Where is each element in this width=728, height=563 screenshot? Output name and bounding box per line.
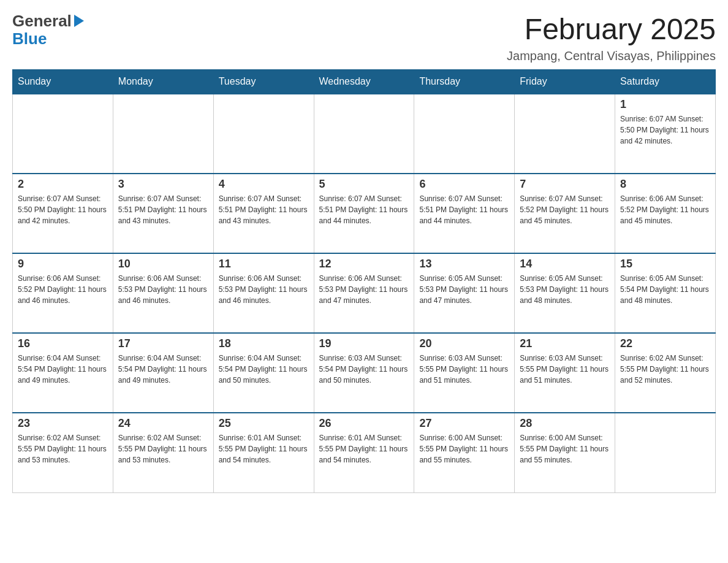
- day-number: 6: [419, 178, 509, 191]
- day-info: Sunrise: 6:06 AM Sunset: 5:52 PM Dayligh…: [18, 273, 108, 306]
- day-number: 21: [520, 337, 610, 350]
- day-number: 20: [419, 337, 509, 350]
- day-number: 19: [319, 337, 409, 350]
- day-info: Sunrise: 6:07 AM Sunset: 5:51 PM Dayligh…: [118, 193, 208, 226]
- calendar-cell: 18Sunrise: 6:04 AM Sunset: 5:54 PM Dayli…: [213, 333, 314, 413]
- day-number: 8: [620, 178, 710, 191]
- day-info: Sunrise: 6:00 AM Sunset: 5:55 PM Dayligh…: [520, 432, 610, 465]
- calendar-cell: 26Sunrise: 6:01 AM Sunset: 5:55 PM Dayli…: [314, 413, 414, 492]
- header-saturday: Saturday: [615, 70, 716, 94]
- day-number: 17: [118, 337, 208, 350]
- calendar-cell: 1Sunrise: 6:07 AM Sunset: 5:50 PM Daylig…: [615, 94, 716, 174]
- day-info: Sunrise: 6:05 AM Sunset: 5:53 PM Dayligh…: [419, 273, 509, 306]
- calendar-cell: 17Sunrise: 6:04 AM Sunset: 5:54 PM Dayli…: [113, 333, 213, 413]
- calendar-cell: 2Sunrise: 6:07 AM Sunset: 5:50 PM Daylig…: [13, 174, 113, 253]
- header-sunday: Sunday: [13, 70, 113, 94]
- calendar-cell: 10Sunrise: 6:06 AM Sunset: 5:53 PM Dayli…: [113, 253, 213, 333]
- day-number: 28: [520, 417, 610, 430]
- day-info: Sunrise: 6:05 AM Sunset: 5:54 PM Dayligh…: [620, 273, 710, 306]
- calendar-cell: 21Sunrise: 6:03 AM Sunset: 5:55 PM Dayli…: [515, 333, 615, 413]
- day-info: Sunrise: 6:06 AM Sunset: 5:52 PM Dayligh…: [620, 193, 710, 226]
- title-section: February 2025 Jampang, Central Visayas, …: [507, 12, 716, 63]
- day-number: 12: [319, 258, 409, 270]
- day-number: 13: [419, 258, 509, 270]
- calendar-cell: 9Sunrise: 6:06 AM Sunset: 5:52 PM Daylig…: [13, 253, 113, 333]
- calendar-cell: 27Sunrise: 6:00 AM Sunset: 5:55 PM Dayli…: [414, 413, 515, 492]
- day-info: Sunrise: 6:04 AM Sunset: 5:54 PM Dayligh…: [219, 353, 309, 386]
- calendar-cell: 16Sunrise: 6:04 AM Sunset: 5:54 PM Dayli…: [13, 333, 113, 413]
- header-thursday: Thursday: [414, 70, 515, 94]
- calendar-cell: 6Sunrise: 6:07 AM Sunset: 5:51 PM Daylig…: [414, 174, 515, 253]
- calendar-cell: 14Sunrise: 6:05 AM Sunset: 5:53 PM Dayli…: [515, 253, 615, 333]
- day-info: Sunrise: 6:06 AM Sunset: 5:53 PM Dayligh…: [319, 273, 409, 306]
- calendar-cell: [615, 413, 716, 492]
- page-header: General Blue February 2025 Jampang, Cent…: [12, 12, 716, 63]
- day-info: Sunrise: 6:06 AM Sunset: 5:53 PM Dayligh…: [219, 273, 309, 306]
- logo-triangle-icon: [74, 15, 84, 27]
- logo: General Blue: [12, 12, 84, 47]
- calendar-cell: 7Sunrise: 6:07 AM Sunset: 5:52 PM Daylig…: [515, 174, 615, 253]
- day-info: Sunrise: 6:00 AM Sunset: 5:55 PM Dayligh…: [419, 432, 509, 465]
- week-row-3: 9Sunrise: 6:06 AM Sunset: 5:52 PM Daylig…: [13, 253, 716, 333]
- day-info: Sunrise: 6:02 AM Sunset: 5:55 PM Dayligh…: [18, 432, 108, 465]
- day-number: 24: [118, 417, 208, 430]
- header-monday: Monday: [113, 70, 213, 94]
- logo-general-text: General: [12, 12, 72, 30]
- day-info: Sunrise: 6:04 AM Sunset: 5:54 PM Dayligh…: [18, 353, 108, 386]
- calendar-table: Sunday Monday Tuesday Wednesday Thursday…: [12, 69, 716, 493]
- day-number: 2: [18, 178, 108, 191]
- day-number: 4: [219, 178, 309, 191]
- week-row-4: 16Sunrise: 6:04 AM Sunset: 5:54 PM Dayli…: [13, 333, 716, 413]
- week-row-2: 2Sunrise: 6:07 AM Sunset: 5:50 PM Daylig…: [13, 174, 716, 253]
- day-number: 25: [219, 417, 309, 430]
- calendar-cell: 4Sunrise: 6:07 AM Sunset: 5:51 PM Daylig…: [213, 174, 314, 253]
- weekday-header-row: Sunday Monday Tuesday Wednesday Thursday…: [13, 70, 716, 94]
- header-tuesday: Tuesday: [213, 70, 314, 94]
- day-number: 18: [219, 337, 309, 350]
- calendar-cell: 22Sunrise: 6:02 AM Sunset: 5:55 PM Dayli…: [615, 333, 716, 413]
- day-number: 3: [118, 178, 208, 191]
- calendar-cell: [213, 94, 314, 174]
- calendar-cell: [515, 94, 615, 174]
- calendar-cell: [314, 94, 414, 174]
- calendar-cell: 24Sunrise: 6:02 AM Sunset: 5:55 PM Dayli…: [113, 413, 213, 492]
- week-row-1: 1Sunrise: 6:07 AM Sunset: 5:50 PM Daylig…: [13, 94, 716, 174]
- calendar-cell: 13Sunrise: 6:05 AM Sunset: 5:53 PM Dayli…: [414, 253, 515, 333]
- header-wednesday: Wednesday: [314, 70, 414, 94]
- day-info: Sunrise: 6:02 AM Sunset: 5:55 PM Dayligh…: [620, 353, 710, 386]
- day-info: Sunrise: 6:07 AM Sunset: 5:50 PM Dayligh…: [620, 113, 710, 147]
- logo-blue-text: Blue: [12, 30, 84, 48]
- calendar-cell: 20Sunrise: 6:03 AM Sunset: 5:55 PM Dayli…: [414, 333, 515, 413]
- calendar-cell: 5Sunrise: 6:07 AM Sunset: 5:51 PM Daylig…: [314, 174, 414, 253]
- day-info: Sunrise: 6:07 AM Sunset: 5:51 PM Dayligh…: [219, 193, 309, 226]
- calendar-cell: [414, 94, 515, 174]
- day-info: Sunrise: 6:07 AM Sunset: 5:51 PM Dayligh…: [319, 193, 409, 226]
- day-number: 26: [319, 417, 409, 430]
- calendar-cell: 23Sunrise: 6:02 AM Sunset: 5:55 PM Dayli…: [13, 413, 113, 492]
- day-info: Sunrise: 6:04 AM Sunset: 5:54 PM Dayligh…: [118, 353, 208, 386]
- day-number: 27: [419, 417, 509, 430]
- day-info: Sunrise: 6:03 AM Sunset: 5:55 PM Dayligh…: [520, 353, 610, 386]
- day-number: 11: [219, 258, 309, 270]
- day-info: Sunrise: 6:03 AM Sunset: 5:55 PM Dayligh…: [419, 353, 509, 386]
- day-number: 15: [620, 258, 710, 270]
- header-friday: Friday: [515, 70, 615, 94]
- day-info: Sunrise: 6:02 AM Sunset: 5:55 PM Dayligh…: [118, 432, 208, 465]
- calendar-cell: 11Sunrise: 6:06 AM Sunset: 5:53 PM Dayli…: [213, 253, 314, 333]
- calendar-cell: [113, 94, 213, 174]
- calendar-cell: 12Sunrise: 6:06 AM Sunset: 5:53 PM Dayli…: [314, 253, 414, 333]
- calendar-cell: 8Sunrise: 6:06 AM Sunset: 5:52 PM Daylig…: [615, 174, 716, 253]
- day-info: Sunrise: 6:07 AM Sunset: 5:52 PM Dayligh…: [520, 193, 610, 226]
- day-number: 9: [18, 258, 108, 270]
- day-number: 5: [319, 178, 409, 191]
- day-number: 16: [18, 337, 108, 350]
- week-row-5: 23Sunrise: 6:02 AM Sunset: 5:55 PM Dayli…: [13, 413, 716, 492]
- day-info: Sunrise: 6:05 AM Sunset: 5:53 PM Dayligh…: [520, 273, 610, 306]
- calendar-cell: 19Sunrise: 6:03 AM Sunset: 5:54 PM Dayli…: [314, 333, 414, 413]
- calendar-cell: 28Sunrise: 6:00 AM Sunset: 5:55 PM Dayli…: [515, 413, 615, 492]
- month-title: February 2025: [507, 12, 716, 46]
- calendar-cell: 25Sunrise: 6:01 AM Sunset: 5:55 PM Dayli…: [213, 413, 314, 492]
- location-subtitle: Jampang, Central Visayas, Philippines: [507, 49, 716, 63]
- day-info: Sunrise: 6:06 AM Sunset: 5:53 PM Dayligh…: [118, 273, 208, 306]
- day-info: Sunrise: 6:03 AM Sunset: 5:54 PM Dayligh…: [319, 353, 409, 386]
